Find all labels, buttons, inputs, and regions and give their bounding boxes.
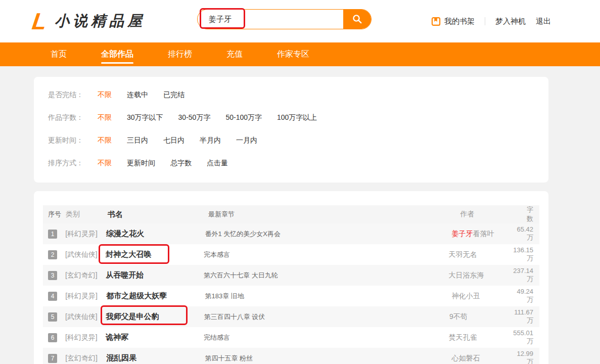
latest-chapter-link[interactable]: 番外1 失忆的美少女X再会 xyxy=(205,230,451,239)
book-title-link[interactable]: 从吞噬开始 xyxy=(106,270,204,280)
table-header-row: 序号 类别 书名 最新章节 作者 字数 xyxy=(43,205,539,223)
table-row[interactable]: 7 [玄幻奇幻] 混乱因果 第四十五章 粉丝 心如磐石 12.99万 xyxy=(43,348,539,364)
filter-option[interactable]: 半月内 xyxy=(200,136,221,145)
filter-option[interactable]: 总字数 xyxy=(170,159,192,168)
book-title-link[interactable]: 诡神冢 xyxy=(106,333,204,342)
latest-chapter-link[interactable]: 第六百六十七章 大日九轮 xyxy=(204,271,448,280)
filter-option[interactable]: 七日内 xyxy=(163,136,184,145)
filter-option[interactable]: 50-100万字 xyxy=(225,113,262,122)
table-row[interactable]: 1 [科幻灵异] 综漫之花火 番外1 失忆的美少女X再会 姜子牙看落叶 65.4… xyxy=(43,223,539,244)
filter-row-sort: 排序方式： 不限 更新时间 总字数 点击量 xyxy=(48,152,548,174)
col-header-author: 作者 xyxy=(460,210,527,219)
filter-option[interactable]: 不限 xyxy=(98,136,112,145)
author-name: 天羽无名 xyxy=(448,250,477,258)
my-bookshelf-label: 我的书架 xyxy=(444,17,475,26)
my-bookshelf-link[interactable]: 我的书架 xyxy=(431,17,475,26)
main-nav: 首页 全部作品 排行榜 充值 作家专区 xyxy=(0,42,600,66)
filter-option[interactable]: 100万字以上 xyxy=(277,113,317,122)
site-header: L 小说精品屋 我的书架 梦入神机 退出 xyxy=(0,0,600,42)
filter-option[interactable]: 30万字以下 xyxy=(127,113,163,122)
row-index-cell: 4 xyxy=(43,292,65,301)
search-button[interactable] xyxy=(343,9,372,29)
book-wordcount: 555.01万 xyxy=(513,329,539,346)
latest-chapter-link[interactable]: 第三百四十八章 设伏 xyxy=(204,312,449,322)
filter-option[interactable]: 不限 xyxy=(98,159,112,168)
filter-option[interactable]: 30-50万字 xyxy=(178,113,211,122)
results-panel: 序号 类别 书名 最新章节 作者 字数 1 [科幻灵异] 综漫之花火 番外1 失… xyxy=(34,191,548,364)
book-wordcount: 111.67万 xyxy=(514,308,539,325)
nav-item-author-zone[interactable]: 作家专区 xyxy=(277,42,309,66)
table-row[interactable]: 6 [科幻灵异] 诡神冢 完结感言 焚天孔雀 555.01万 xyxy=(43,327,539,348)
bookshelf-icon xyxy=(431,17,444,26)
row-index-cell: 1 xyxy=(43,230,65,239)
book-title-link[interactable]: 综漫之花火 xyxy=(106,229,205,239)
row-number-badge: 2 xyxy=(48,250,57,259)
col-header-title: 书名 xyxy=(108,210,208,219)
row-index-cell: 2 xyxy=(43,250,65,259)
book-category: [科幻灵异] xyxy=(65,333,106,342)
book-category: [玄幻奇幻] xyxy=(65,271,106,280)
filter-row-update-time: 更新时间： 不限 三日内 七日内 半月内 一月内 xyxy=(48,129,548,152)
col-header-no: 序号 xyxy=(43,210,66,219)
book-wordcount: 65.42万 xyxy=(517,225,539,242)
author-name: 心如磐石 xyxy=(452,354,480,362)
filter-label: 更新时间： xyxy=(48,136,98,145)
filter-option[interactable]: 连载中 xyxy=(127,90,148,100)
latest-chapter-link[interactable]: 第四十五章 粉丝 xyxy=(205,354,451,363)
book-category: [科幻灵异] xyxy=(65,230,106,239)
nav-item-rankings[interactable]: 排行榜 xyxy=(168,42,192,66)
book-title-link[interactable]: 都市之超级大妖孽 xyxy=(106,291,205,301)
site-title: 小说精品屋 xyxy=(55,11,146,31)
author-name: 焚天孔雀 xyxy=(448,333,477,341)
filter-label: 是否完结： xyxy=(48,90,98,100)
book-author: 心如磐石 xyxy=(452,354,517,363)
nav-item-recharge[interactable]: 充值 xyxy=(226,42,243,66)
table-row[interactable]: 2 [武侠仙侠] 封神之大召唤 完本感言 天羽无名 136.15万 xyxy=(43,244,539,265)
filter-option[interactable]: 点击量 xyxy=(207,159,228,168)
book-wordcount: 237.14万 xyxy=(513,267,539,284)
book-title-link[interactable]: 我师父是申公豹 xyxy=(106,312,204,322)
site-logo[interactable]: L 小说精品屋 xyxy=(32,7,146,35)
table-row[interactable]: 5 [武侠仙侠] 我师父是申公豹 第三百四十八章 设伏 9不苟 111.67万 xyxy=(43,306,539,327)
filter-row-wordcount: 作品字数： 不限 30万字以下 30-50万字 50-100万字 100万字以上 xyxy=(48,106,548,129)
book-title-link[interactable]: 混乱因果 xyxy=(106,353,205,363)
author-search-highlight: 姜子牙 xyxy=(452,230,473,238)
filter-option[interactable]: 不限 xyxy=(98,90,112,100)
table-row[interactable]: 4 [科幻灵异] 都市之超级大妖孽 第183章 旧地 神化小丑 49.24万 xyxy=(43,286,539,306)
book-title-link[interactable]: 封神之大召唤 xyxy=(106,250,204,259)
row-index-cell: 5 xyxy=(43,312,65,322)
table-row[interactable]: 3 [玄幻奇幻] 从吞噬开始 第六百六十七章 大日九轮 大日浴东海 237.14… xyxy=(43,265,539,286)
book-category: [玄幻奇幻] xyxy=(65,354,106,363)
filter-option[interactable]: 不限 xyxy=(98,113,112,122)
filter-panel: 是否完结： 不限 连载中 已完结 作品字数： 不限 30万字以下 30-50万字… xyxy=(34,77,548,183)
filter-option[interactable]: 一月内 xyxy=(236,136,257,145)
book-category: [武侠仙侠] xyxy=(65,312,106,322)
book-wordcount: 136.15万 xyxy=(513,246,539,263)
nav-item-all-works[interactable]: 全部作品 xyxy=(101,42,133,66)
author-name: 9不苟 xyxy=(449,312,468,321)
filter-option[interactable]: 三日内 xyxy=(127,136,148,145)
latest-chapter-link[interactable]: 第183章 旧地 xyxy=(205,292,451,301)
search-input[interactable] xyxy=(198,10,343,29)
logout-link[interactable]: 退出 xyxy=(536,17,551,26)
latest-chapter-link[interactable]: 完本感言 xyxy=(204,250,448,259)
row-number-badge: 7 xyxy=(48,354,57,363)
row-number-badge: 4 xyxy=(48,292,57,301)
row-number-badge: 5 xyxy=(48,312,57,322)
search-bar xyxy=(197,9,372,29)
filter-option[interactable]: 更新时间 xyxy=(127,159,155,168)
row-index-cell: 6 xyxy=(43,333,65,342)
book-wordcount: 12.99万 xyxy=(517,350,539,364)
author-name: 大日浴东海 xyxy=(448,271,484,279)
book-author: 姜子牙看落叶 xyxy=(452,230,517,239)
book-author: 神化小丑 xyxy=(452,292,517,301)
book-category: [武侠仙侠] xyxy=(65,250,106,259)
filter-option[interactable]: 已完结 xyxy=(163,90,184,100)
row-number-badge: 3 xyxy=(48,271,57,280)
book-author: 大日浴东海 xyxy=(448,271,513,280)
nav-item-home[interactable]: 首页 xyxy=(51,42,67,66)
latest-chapter-link[interactable]: 完结感言 xyxy=(204,333,448,342)
username-link[interactable]: 梦入神机 xyxy=(495,17,526,26)
row-index-cell: 7 xyxy=(43,354,65,363)
book-author: 9不苟 xyxy=(449,312,514,322)
